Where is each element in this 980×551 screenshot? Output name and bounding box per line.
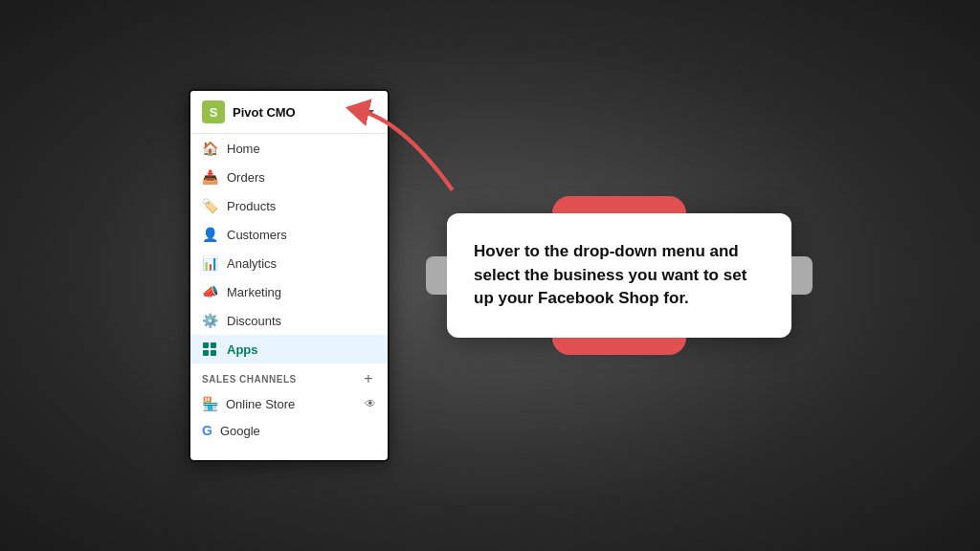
sidebar-item-orders[interactable]: 📥 Orders — [190, 163, 388, 191]
analytics-icon: 📊 — [202, 255, 217, 271]
google-label: Google — [220, 424, 260, 438]
callout-box: Hover to the drop-down menu and select t… — [447, 213, 791, 338]
add-sales-channel-button[interactable]: + — [361, 371, 376, 386]
sales-channels-header: SALES CHANNELS + — [190, 364, 388, 390]
online-store-icon: 🏪 — [202, 396, 218, 411]
apps-icon — [202, 342, 217, 357]
orders-icon: 📥 — [202, 169, 217, 185]
sidebar-item-discounts[interactable]: ⚙️ Discounts — [190, 306, 388, 335]
svg-text:S: S — [210, 105, 218, 120]
sidebar-item-marketing[interactable]: 📣 Marketing — [190, 277, 388, 306]
channel-google[interactable]: G Google — [190, 417, 388, 444]
callout-left-tab — [426, 256, 447, 295]
svg-rect-2 — [203, 342, 209, 348]
online-store-actions: 👁 — [365, 397, 376, 410]
channel-online-store[interactable]: 🏪 Online Store 👁 — [190, 390, 388, 417]
scene: S Pivot CMO 🏠 Home 📥 Orders 🏷️ Products … — [0, 0, 980, 551]
marketing-icon: 📣 — [202, 284, 217, 299]
sidebar-panel: S Pivot CMO 🏠 Home 📥 Orders 🏷️ Products … — [189, 89, 390, 462]
shopify-logo-icon: S — [202, 100, 225, 123]
callout-text: Hover to the drop-down menu and select t… — [474, 240, 765, 311]
sidebar-item-analytics[interactable]: 📊 Analytics — [190, 249, 388, 277]
sidebar-item-home[interactable]: 🏠 Home — [190, 134, 388, 163]
home-icon: 🏠 — [202, 141, 217, 156]
dropdown-arrow-icon[interactable] — [367, 110, 374, 115]
google-icon: G — [202, 423, 212, 438]
sidebar-item-apps[interactable]: Apps — [190, 335, 388, 364]
store-name: Pivot CMO — [233, 105, 359, 120]
sales-channels-title: SALES CHANNELS — [202, 374, 297, 385]
svg-rect-3 — [211, 342, 216, 348]
sidebar-item-customers[interactable]: 👤 Customers — [190, 220, 388, 249]
callout-right-tab — [791, 256, 813, 295]
online-store-label: Online Store — [226, 397, 295, 411]
discounts-icon: ⚙️ — [202, 313, 217, 328]
callout-bottom-bar — [552, 338, 686, 355]
sidebar-wrapper: S Pivot CMO 🏠 Home 📥 Orders 🏷️ Products … — [189, 89, 390, 462]
customers-icon: 👤 — [202, 227, 217, 242]
svg-rect-5 — [211, 350, 216, 356]
sidebar-header[interactable]: S Pivot CMO — [190, 91, 388, 134]
callout-top-bar — [552, 196, 686, 213]
sidebar-item-products[interactable]: 🏷️ Products — [190, 191, 388, 220]
products-icon: 🏷️ — [202, 198, 217, 213]
svg-rect-4 — [203, 350, 209, 356]
